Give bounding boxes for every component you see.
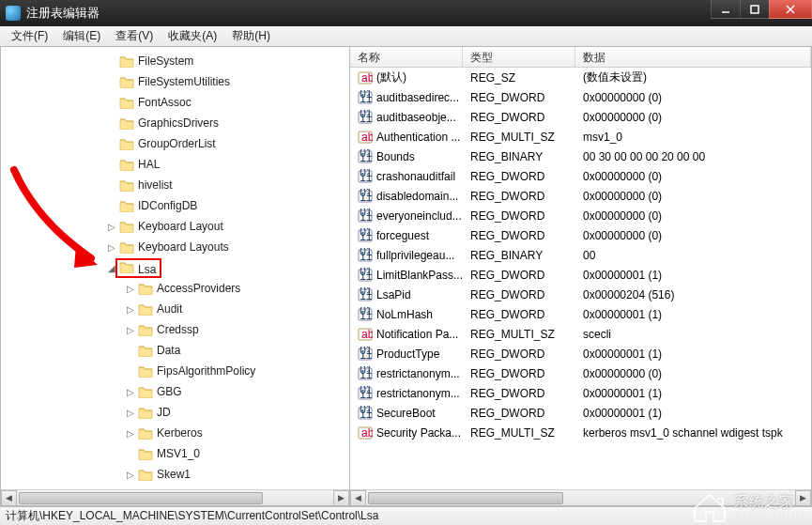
value-type: REG_DWORD bbox=[467, 269, 579, 282]
value-type: REG_DWORD bbox=[467, 347, 579, 361]
value-name: ProductType bbox=[376, 347, 439, 361]
folder-icon bbox=[138, 282, 153, 295]
tree-item[interactable]: ▷Keyboard Layout bbox=[1, 216, 349, 237]
tree-item[interactable]: FileSystemUtilities bbox=[1, 71, 349, 92]
list-row[interactable]: Security Packa...REG_MULTI_SZkerberos ms… bbox=[350, 423, 811, 442]
list-row[interactable]: LimitBlankPass...REG_DWORD0x00000001 (1) bbox=[350, 265, 811, 285]
list-row[interactable]: (默认)REG_SZ(数值未设置) bbox=[350, 68, 811, 87]
value-type: REG_DWORD bbox=[467, 229, 579, 242]
tree-content[interactable]: FileSystemFileSystemUtilitiesFontAssocGr… bbox=[1, 47, 349, 489]
tree-item-label: IDConfigDB bbox=[138, 199, 197, 212]
expand-icon[interactable]: ▷ bbox=[125, 407, 136, 418]
tree-item[interactable]: GraphicsDrivers bbox=[1, 113, 349, 133]
list-row[interactable]: restrictanonym...REG_DWORD0x00000001 (1) bbox=[350, 383, 811, 403]
folder-icon bbox=[119, 54, 134, 68]
menu-favorites[interactable]: 收藏夹(A) bbox=[161, 28, 224, 44]
close-button[interactable] bbox=[769, 0, 812, 19]
value-data: 0x00000000 (0) bbox=[579, 91, 811, 104]
tree-item[interactable]: ▷AccessProviders bbox=[1, 278, 349, 299]
value-type: REG_MULTI_SZ bbox=[467, 426, 579, 440]
list-hscrollbar[interactable]: ◀ ▶ bbox=[350, 489, 811, 505]
tree-item[interactable]: FontAssoc bbox=[1, 92, 349, 113]
svg-rect-1 bbox=[751, 6, 758, 13]
menu-help[interactable]: 帮助(H) bbox=[224, 28, 278, 44]
tree-item[interactable]: MSV1_0 bbox=[1, 443, 349, 464]
tree-item[interactable]: ▷Skew1 bbox=[1, 464, 349, 485]
minimize-button[interactable] bbox=[711, 0, 741, 19]
expand-icon[interactable]: ▷ bbox=[106, 241, 117, 253]
expand-icon[interactable]: ▷ bbox=[125, 386, 136, 397]
list-row[interactable]: NoLmHashREG_DWORD0x00000001 (1) bbox=[350, 304, 811, 324]
tree-item-label: Data bbox=[157, 344, 180, 357]
list-row[interactable]: fullprivilegeau...REG_BINARY00 bbox=[350, 245, 811, 265]
tree-toggle-empty bbox=[125, 365, 136, 377]
list-row[interactable]: LsaPidREG_DWORD0x00000204 (516) bbox=[350, 285, 811, 304]
tree-item[interactable]: GroupOrderList bbox=[1, 133, 349, 154]
value-data: kerberos msv1_0 schannel wdigest tspk bbox=[579, 426, 811, 440]
tree-item[interactable]: FileSystem bbox=[1, 51, 349, 71]
tree-item[interactable]: ▷Kerberos bbox=[1, 423, 349, 443]
folder-icon bbox=[138, 323, 153, 336]
binary-value-icon bbox=[358, 268, 373, 283]
tree-item-label: Audit bbox=[157, 302, 182, 316]
list-row[interactable]: crashonauditfailREG_DWORD0x00000000 (0) bbox=[350, 166, 811, 186]
expand-icon[interactable]: ▷ bbox=[125, 303, 136, 315]
col-header-name[interactable]: 名称 bbox=[350, 47, 463, 67]
list-row[interactable]: forceguestREG_DWORD0x00000000 (0) bbox=[350, 225, 811, 245]
list-row[interactable]: Notification Pa...REG_MULTI_SZscecli bbox=[350, 324, 811, 344]
value-name: LimitBlankPass... bbox=[376, 269, 463, 282]
folder-icon bbox=[138, 426, 153, 440]
scroll-right-button[interactable]: ▶ bbox=[795, 490, 811, 506]
expand-icon[interactable]: ▷ bbox=[125, 469, 136, 480]
status-path: 计算机\HKEY_LOCAL_MACHINE\SYSTEM\CurrentCon… bbox=[6, 508, 378, 524]
menu-edit[interactable]: 编辑(E) bbox=[55, 28, 108, 44]
folder-icon bbox=[119, 240, 134, 254]
binary-value-icon bbox=[358, 307, 373, 322]
tree-item[interactable]: hivelist bbox=[1, 175, 349, 195]
tree-item[interactable]: ▷JD bbox=[1, 402, 349, 423]
scroll-left-button[interactable]: ◀ bbox=[350, 490, 366, 506]
tree-item-label: GBG bbox=[157, 385, 182, 398]
list-row[interactable]: restrictanonym...REG_DWORD0x00000000 (0) bbox=[350, 363, 811, 383]
menu-file[interactable]: 文件(F) bbox=[4, 28, 55, 44]
values-pane: 名称 类型 数据 (默认)REG_SZ(数值未设置)auditbasedirec… bbox=[350, 47, 811, 505]
value-type: REG_MULTI_SZ bbox=[467, 131, 579, 144]
string-value-icon bbox=[358, 130, 373, 145]
scroll-right-button[interactable]: ▶ bbox=[333, 490, 349, 506]
value-data: 0x00000000 (0) bbox=[579, 209, 811, 223]
maximize-button[interactable] bbox=[740, 0, 770, 19]
list-row[interactable]: SecureBootREG_DWORD0x00000001 (1) bbox=[350, 403, 811, 423]
tree-item[interactable]: ▷GBG bbox=[1, 381, 349, 402]
tree-item[interactable]: Data bbox=[1, 340, 349, 361]
list-body[interactable]: (默认)REG_SZ(数值未设置)auditbasedirec...REG_DW… bbox=[350, 68, 811, 489]
scroll-left-button[interactable]: ◀ bbox=[1, 490, 17, 506]
expand-icon[interactable]: ▷ bbox=[125, 324, 136, 335]
expand-icon[interactable]: ▷ bbox=[125, 427, 136, 439]
tree-item[interactable]: HAL bbox=[1, 154, 349, 175]
list-row[interactable]: Authentication ...REG_MULTI_SZmsv1_0 bbox=[350, 127, 811, 147]
tree-item[interactable]: ▷Credssp bbox=[1, 319, 349, 340]
tree-item-label: FileSystemUtilities bbox=[138, 75, 230, 88]
value-name: auditbaseobje... bbox=[376, 111, 456, 124]
tree-toggle-empty bbox=[125, 345, 136, 356]
tree-item[interactable]: ◢Lsa bbox=[1, 257, 349, 278]
tree-item[interactable]: IDConfigDB bbox=[1, 195, 349, 216]
tree-item[interactable]: ▷SSO bbox=[1, 485, 349, 489]
col-header-data[interactable]: 数据 bbox=[575, 47, 811, 67]
col-header-type[interactable]: 类型 bbox=[463, 47, 575, 67]
list-row[interactable]: disabledomain...REG_DWORD0x00000000 (0) bbox=[350, 186, 811, 206]
tree-toggle-empty bbox=[106, 138, 117, 149]
list-row[interactable]: ProductTypeREG_DWORD0x00000001 (1) bbox=[350, 344, 811, 363]
expand-icon[interactable]: ▷ bbox=[125, 283, 136, 294]
list-row[interactable]: BoundsREG_BINARY00 30 00 00 00 20 00 00 bbox=[350, 147, 811, 166]
list-row[interactable]: auditbaseobje...REG_DWORD0x00000000 (0) bbox=[350, 107, 811, 127]
tree-item[interactable]: ▷Audit bbox=[1, 299, 349, 319]
menu-view[interactable]: 查看(V) bbox=[108, 28, 161, 44]
list-row[interactable]: auditbasedirec...REG_DWORD0x00000000 (0) bbox=[350, 87, 811, 107]
tree-item[interactable]: FipsAlgorithmPolicy bbox=[1, 361, 349, 381]
tree-item[interactable]: ▷Keyboard Layouts bbox=[1, 237, 349, 257]
value-type: REG_DWORD bbox=[467, 288, 579, 301]
expand-icon[interactable]: ▷ bbox=[106, 221, 117, 232]
tree-hscrollbar[interactable]: ◀ ▶ bbox=[1, 489, 349, 505]
list-row[interactable]: everyoneinclud...REG_DWORD0x00000000 (0) bbox=[350, 206, 811, 225]
